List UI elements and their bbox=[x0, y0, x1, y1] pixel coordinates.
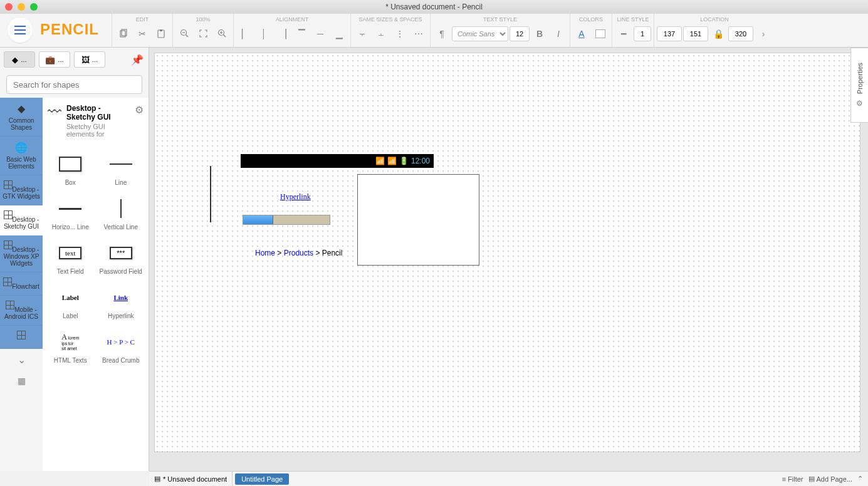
shapes-tab[interactable]: ◆ … bbox=[4, 51, 35, 68]
filter-button[interactable]: ≡Filter bbox=[782, 475, 803, 483]
svg-line-8 bbox=[223, 35, 226, 38]
category-common-shapes[interactable]: ◆Common Shapes bbox=[0, 98, 43, 137]
align-right-button[interactable]: ▕ bbox=[274, 25, 291, 43]
app-logo: PENCIL bbox=[40, 21, 99, 38]
align-left-button[interactable]: ▏ bbox=[236, 25, 254, 43]
location-x-input[interactable] bbox=[657, 26, 682, 41]
lock-aspect-button[interactable]: 🔒 bbox=[709, 25, 727, 43]
canvas-area: 📶 📶 🔋 12:00 Hyperlink Home > Products > … bbox=[149, 48, 868, 471]
category-more-placeholder[interactable] bbox=[0, 326, 43, 349]
font-size-input[interactable] bbox=[510, 26, 530, 41]
close-window-button[interactable] bbox=[5, 3, 13, 11]
location-y-input[interactable] bbox=[683, 26, 708, 41]
shape-box[interactable]: Box bbox=[45, 147, 96, 191]
document-tab[interactable]: ▤ * Unsaved document bbox=[149, 472, 233, 486]
shape-line[interactable]: Line bbox=[96, 147, 147, 191]
font-family-select[interactable]: Comic Sans ... bbox=[452, 26, 508, 41]
category-gtk[interactable]: Desktop - GTK Widgets bbox=[0, 175, 43, 205]
category-android-ics[interactable]: Mobile - Android ICS bbox=[0, 296, 43, 326]
pin-panel-button[interactable]: 📌 bbox=[130, 52, 145, 67]
align-center-v-button[interactable]: ─ bbox=[311, 25, 329, 43]
zoom-fit-button[interactable] bbox=[194, 25, 212, 43]
bold-button[interactable]: B bbox=[531, 25, 548, 43]
shape-label[interactable]: Label Label bbox=[45, 280, 96, 324]
shape-breadcrumb[interactable]: H > P > C Bread Crumb bbox=[96, 324, 147, 369]
properties-panel-tab[interactable]: Properties ⚙ bbox=[850, 48, 868, 123]
text-format-button[interactable]: ¶ bbox=[433, 25, 451, 43]
align-center-h-button[interactable]: │ bbox=[255, 25, 273, 43]
properties-icon: ⚙ bbox=[856, 99, 863, 108]
main-menu-button[interactable] bbox=[8, 18, 33, 43]
filter-icon: ≡ bbox=[782, 475, 786, 483]
category-sketchy-gui[interactable]: Desktop - Sketchy GUI bbox=[0, 205, 43, 235]
minimize-window-button[interactable] bbox=[18, 3, 25, 11]
shape-categories-list: ◆Common Shapes 🌐Basic Web Elements Deskt… bbox=[0, 98, 43, 471]
shape-horizontal-line[interactable]: Horizo... Line bbox=[45, 191, 96, 235]
main-toolbar: PENCIL EDIT ✂ 100% ALIGNMENT ▏ │ ▕ bbox=[0, 14, 868, 48]
toolbar-group-location-label: LOCATION bbox=[654, 14, 775, 24]
canvas-shape-pane[interactable] bbox=[357, 174, 479, 266]
zoom-out-button[interactable] bbox=[175, 25, 193, 43]
window-title: * Unsaved document - Pencil bbox=[385, 3, 483, 11]
fill-color-button[interactable] bbox=[592, 25, 609, 43]
canvas-shape-hyperlink[interactable]: Hyperlink bbox=[280, 192, 311, 202]
toolbar-group-samesizes-label: SAME SIZES & SPACES bbox=[351, 14, 430, 24]
canvas-shape-progress[interactable] bbox=[243, 215, 330, 225]
toolbar-group-linestyle-label: LINE STYLE bbox=[612, 14, 654, 24]
document-name: * Unsaved document bbox=[163, 475, 227, 483]
category-windows-xp[interactable]: Desktop - Windows XP Widgets bbox=[0, 235, 43, 272]
line-style-button[interactable]: ━ bbox=[615, 25, 632, 43]
italic-button[interactable]: I bbox=[550, 25, 567, 43]
window-titlebar: * Unsaved document - Pencil bbox=[0, 0, 868, 14]
toolbar-group-textstyle-label: TEXT STYLE bbox=[431, 14, 570, 24]
zoom-in-button[interactable] bbox=[213, 25, 231, 43]
svg-line-5 bbox=[186, 35, 188, 38]
category-flowchart[interactable]: Flowchart bbox=[0, 272, 43, 296]
category-basic-web[interactable]: 🌐Basic Web Elements bbox=[0, 137, 43, 175]
add-page-icon: ▤ bbox=[808, 475, 815, 483]
width-input[interactable] bbox=[728, 26, 753, 41]
line-weight-input[interactable] bbox=[634, 26, 651, 41]
align-bottom-button[interactable]: ▁ bbox=[330, 25, 348, 43]
canvas-shape-statusbar[interactable]: 📶 📶 🔋 12:00 bbox=[241, 154, 434, 168]
canvas-shape-vline[interactable] bbox=[210, 166, 211, 222]
shape-vertical-line[interactable]: Vertical Line bbox=[96, 191, 147, 235]
same-width-button[interactable]: ⫟ bbox=[353, 25, 371, 43]
toolbar-group-alignment-label: ALIGNMENT bbox=[234, 14, 350, 24]
shape-hyperlink[interactable]: Link Hyperlink bbox=[96, 280, 147, 324]
categories-scroll-down[interactable]: ⌄ bbox=[0, 349, 43, 371]
search-shapes-input[interactable] bbox=[6, 75, 142, 94]
text-color-button[interactable]: A bbox=[573, 25, 590, 43]
clipart-tab[interactable]: 💼 … bbox=[39, 51, 70, 68]
wifi-icon: 📶 bbox=[375, 157, 385, 165]
bottom-bar: ▤ * Unsaved document Untitled Page ≡Filt… bbox=[149, 471, 868, 486]
toolbar-group-zoom-label: 100% bbox=[173, 14, 233, 24]
more-toolbar-button[interactable]: › bbox=[755, 25, 772, 43]
add-page-button[interactable]: ▤Add Page... bbox=[808, 475, 853, 483]
shapes-panel: ◆ … 💼 … 🖼 … 📌 ◆Common Shapes 🌐Basic Web … bbox=[0, 48, 149, 471]
paste-button[interactable] bbox=[152, 25, 170, 43]
copy-button[interactable] bbox=[115, 25, 132, 43]
distribute-h-button[interactable]: ⋮ bbox=[391, 25, 409, 43]
status-time: 12:00 bbox=[411, 157, 430, 165]
canvas-viewport[interactable]: 📶 📶 🔋 12:00 Hyperlink Home > Products > … bbox=[154, 53, 860, 452]
cut-button[interactable]: ✂ bbox=[133, 25, 151, 43]
signal-icon: 📶 bbox=[387, 157, 397, 165]
categories-grid-view[interactable]: ▦ bbox=[0, 371, 43, 391]
same-height-button[interactable]: ⫠ bbox=[372, 25, 390, 43]
shape-text-field[interactable]: text Text Field bbox=[45, 235, 96, 280]
distribute-v-button[interactable]: ⋯ bbox=[410, 25, 427, 43]
toolbar-group-colors-label: COLORS bbox=[570, 14, 612, 24]
maximize-window-button[interactable] bbox=[30, 3, 38, 11]
shape-html-texts[interactable]: A loremips torsit amet HTML Texts bbox=[45, 324, 96, 369]
align-top-button[interactable]: ▔ bbox=[293, 25, 310, 43]
svg-rect-3 bbox=[160, 29, 162, 31]
canvas-shape-breadcrumb[interactable]: Home > Products > Pencil bbox=[255, 249, 342, 258]
canvas[interactable]: 📶 📶 🔋 12:00 Hyperlink Home > Products > … bbox=[155, 53, 860, 452]
toolbar-group-edit-label: EDIT bbox=[112, 14, 172, 24]
images-tab[interactable]: 🖼 … bbox=[74, 51, 105, 68]
pages-expand-button[interactable]: ⌃ bbox=[857, 475, 863, 483]
collection-settings-button[interactable]: ⚙ bbox=[135, 104, 144, 138]
shape-password-field[interactable]: *** Password Field bbox=[96, 235, 147, 280]
page-tab[interactable]: Untitled Page bbox=[235, 473, 289, 485]
